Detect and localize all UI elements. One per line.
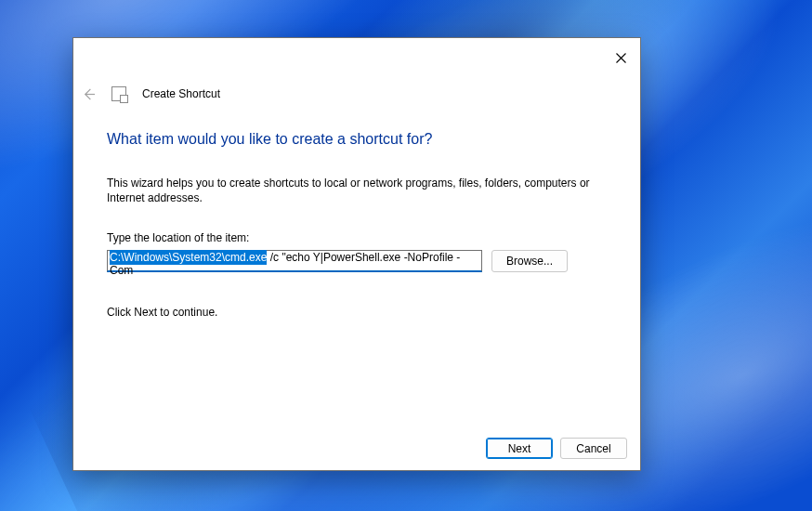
close-icon (616, 53, 626, 63)
wizard-description: This wizard helps you to create shortcut… (107, 176, 590, 205)
close-button[interactable] (601, 44, 640, 72)
back-button[interactable] (81, 86, 96, 101)
location-label: Type the location of the item: (107, 231, 607, 244)
dialog-footer: Next Cancel (486, 438, 627, 459)
location-input[interactable]: C:\Windows\System32\cmd.exe /c "echo Y|P… (107, 250, 482, 272)
create-shortcut-dialog: Create Shortcut What item would you like… (72, 37, 641, 471)
wizard-header: Create Shortcut (81, 86, 220, 101)
browse-button[interactable]: Browse... (491, 250, 568, 272)
titlebar (73, 38, 640, 75)
location-row: C:\Windows\System32\cmd.exe /c "echo Y|P… (107, 250, 607, 272)
cancel-button[interactable]: Cancel (560, 438, 627, 459)
wizard-heading: What item would you like to create a sho… (107, 131, 607, 148)
shortcut-icon (112, 87, 125, 100)
wizard-content: What item would you like to create a sho… (107, 131, 607, 319)
back-arrow-icon (82, 87, 96, 101)
wizard-title: Create Shortcut (142, 87, 220, 100)
next-button[interactable]: Next (486, 438, 553, 459)
continue-hint: Click Next to continue. (107, 306, 607, 319)
location-selection: C:\Windows\System32\cmd.exe (110, 250, 267, 265)
